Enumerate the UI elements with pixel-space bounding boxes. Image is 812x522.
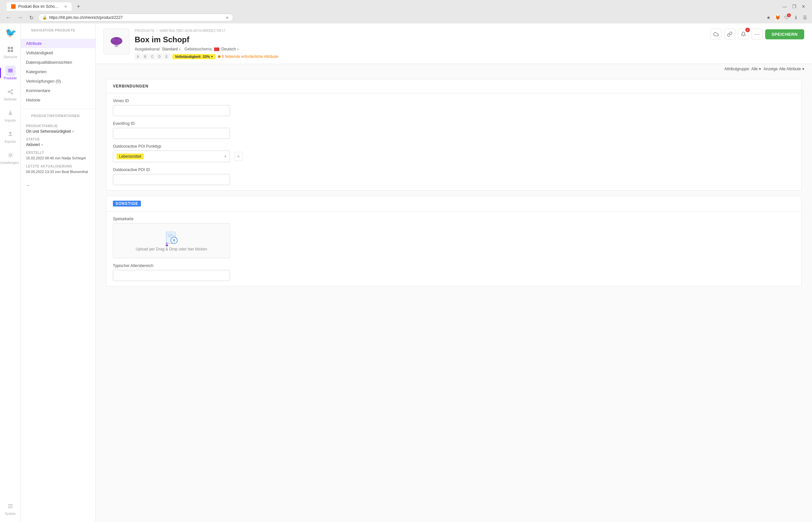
completeness-row: A B C D E Vollständigkeit: 33% ▾ (135, 53, 705, 60)
nav-item-kommentare[interactable]: Kommentare (21, 86, 95, 95)
upload-text: Upload per Drag & Drop oder hier klicken (136, 247, 207, 252)
poi-punkttyp-field: Outdooractive POI Punkttyp Lebensmittel … (113, 144, 795, 162)
altersbereich-input[interactable] (113, 270, 230, 281)
speisekarte-upload-area[interactable]: Upload per Drag & Drop oder hier klicken (113, 223, 230, 258)
vimeo-id-input[interactable] (113, 105, 230, 116)
connect-label: Verbinde (4, 98, 17, 101)
altersbereich-field: Typischer Altersbereich (113, 263, 795, 281)
attribute-group-controls: Attributgruppe: Alle ▾ Anzeige Alle Attr… (96, 64, 812, 74)
channel-pill-e[interactable]: E (163, 53, 170, 60)
eventfrog-id-label: Eventfrog ID (113, 121, 795, 126)
poi-punkttyp-select[interactable]: Lebensmittel ▾ (113, 150, 230, 162)
reload-button[interactable]: ↻ (27, 14, 36, 21)
nav-item-datenqualitaet[interactable]: Datenqualitätseinsichten (21, 58, 95, 67)
verbindungen-section-header: VERBINDUNGEN (106, 79, 801, 93)
sidebar-collapse-button[interactable]: ← (21, 180, 95, 191)
tab-close-btn[interactable]: ✕ (64, 4, 67, 9)
browser-toolbar: ← → ↻ 🔒 https://hlt.pim.tso.ch/#/enrich/… (0, 12, 812, 23)
sidebar-item-connect[interactable]: Verbinde (1, 84, 20, 104)
sidebar-item-settings[interactable]: Einstellungen... (1, 147, 20, 167)
breadcrumb-products[interactable]: PRODUKTE (135, 28, 155, 33)
nav-section-header: NAVIGATION PRODUKTE (21, 28, 95, 39)
nav-item-historie[interactable]: Historie (21, 95, 95, 105)
lebensmittel-tag: Lebensmittel (117, 154, 144, 159)
extension-icon-3[interactable]: ℹ (792, 14, 799, 21)
attr-group-value: Alle (751, 67, 758, 71)
system-icon (5, 501, 16, 511)
new-tab-button[interactable]: + (74, 3, 83, 10)
product-family-label: PRODUKTFAMILIE (26, 124, 90, 128)
imports-icon (5, 108, 16, 118)
channel-pill-c[interactable]: C (149, 53, 156, 60)
system-label: System (5, 512, 16, 516)
nav-item-verknuepfungen[interactable]: Verknüpfungen (0) (21, 76, 95, 86)
channel-pill-a[interactable]: A (135, 53, 141, 60)
cloud-action-button[interactable] (711, 28, 721, 40)
product-info-panel: PRODUKTINFORMATIONEN PRODUKTFAMILIE Ort … (21, 108, 95, 180)
collapse-icon: ← (26, 182, 31, 188)
created-value: 15.02.2022 08:40 von Nadja Schlegel (26, 156, 90, 161)
app-logo: 🐦 (5, 27, 16, 38)
sonstige-section-header: SONSTIGE (106, 196, 801, 212)
sidebar-item-imports[interactable]: Importe (1, 105, 20, 125)
link-action-button[interactable] (724, 28, 735, 40)
nav-item-kategorien[interactable]: Kategorien (21, 67, 95, 76)
product-meta: Ausgabekanal: Standard ▾ Gebietsschema: … (135, 47, 705, 52)
extension-icon-1[interactable]: 🦊 (774, 14, 781, 21)
ausgabekanal-chevron[interactable]: ▾ (179, 47, 181, 51)
svg-rect-24 (167, 235, 174, 236)
back-button[interactable]: ← (4, 14, 13, 21)
product-title: Box im Schopf (135, 35, 705, 44)
sidebar-item-system[interactable]: System (1, 498, 20, 518)
created-label: ERSTELLT (26, 151, 90, 155)
nav-item-vollstaendigkeit[interactable]: Vollständigkeit (21, 48, 95, 58)
attr-display-chevron-icon: ▾ (802, 67, 804, 71)
save-button[interactable]: SPEICHERN (765, 29, 804, 39)
window-minimize-btn[interactable]: — (783, 4, 787, 9)
attribute-group-selector[interactable]: Attributgruppe: Alle ▾ (725, 67, 761, 71)
product-thumbnail-image (107, 32, 126, 52)
nav-section-title: NAVIGATION PRODUKTE (26, 28, 90, 35)
extension-icon-2[interactable]: 🛡 1 (784, 14, 790, 21)
status-chevron[interactable]: ▾ (41, 143, 43, 147)
gebietsschema-chevron[interactable]: ▾ (237, 47, 239, 51)
sidebar-item-overview[interactable]: Übersicht (1, 42, 20, 61)
svg-point-21 (116, 38, 117, 39)
poi-punkttyp-add-button[interactable]: + (234, 152, 243, 161)
svg-point-12 (9, 154, 12, 156)
vimeo-id-field: Vimeo ID (113, 99, 795, 116)
attribute-display-selector[interactable]: Anzeige Alle Attribute ▾ (764, 67, 804, 71)
nav-item-attribute[interactable]: Attribute (21, 39, 95, 48)
completeness-badge[interactable]: Vollständigkeit: 33% ▾ (173, 54, 215, 59)
address-bar[interactable]: 🔒 https://hlt.pim.tso.ch/#/enrich/produc… (38, 14, 233, 21)
menu-button[interactable]: ☰ (801, 14, 808, 21)
window-close-btn[interactable]: ✕ (801, 4, 806, 9)
verbindungen-section: VERBINDUNGEN Vimeo ID Eventfrog ID (106, 79, 801, 190)
sidebar-item-products[interactable]: Produkte (1, 63, 20, 83)
attr-group-label: Attributgruppe: (725, 67, 750, 71)
status-label: STATUS (26, 138, 90, 141)
product-info-label: PRODUKTINFORMATIONEN (26, 114, 90, 120)
completeness-value: 33% (203, 55, 210, 59)
channel-pill-b[interactable]: B (142, 53, 148, 60)
product-family-chevron[interactable]: ▾ (72, 130, 74, 133)
active-indicator (0, 68, 1, 78)
sidebar-item-exports[interactable]: Exporte (1, 126, 20, 146)
forward-button[interactable]: → (16, 14, 25, 21)
attr-display-label: Anzeige (764, 67, 777, 71)
eventfrog-id-input[interactable] (113, 128, 230, 139)
settings-label: Einstellungen... (0, 161, 21, 165)
window-maximize-btn[interactable]: ❐ (792, 4, 796, 9)
svg-point-19 (112, 38, 116, 41)
product-info: PRODUKTE / 6086F35A-70BC-4D36-807A-0B830… (135, 28, 705, 60)
poi-id-input[interactable] (113, 174, 230, 185)
product-family-value: Ort und Sehenswürdigkeit ▾ (26, 129, 90, 134)
more-actions-button[interactable]: ··· (752, 28, 763, 40)
vimeo-id-label: Vimeo ID (113, 99, 795, 103)
poi-id-label: Outdooractive POI ID (113, 167, 795, 172)
bookmark-icon[interactable]: ★ (765, 14, 772, 21)
notifications-action-button[interactable]: 1 (738, 28, 749, 40)
poi-punkttyp-chevron-icon[interactable]: ▾ (224, 154, 226, 159)
channel-pill-d[interactable]: D (156, 53, 163, 60)
browser-tab-active[interactable]: Produkt Box im Schopf | Bearb... ✕ (6, 2, 72, 11)
